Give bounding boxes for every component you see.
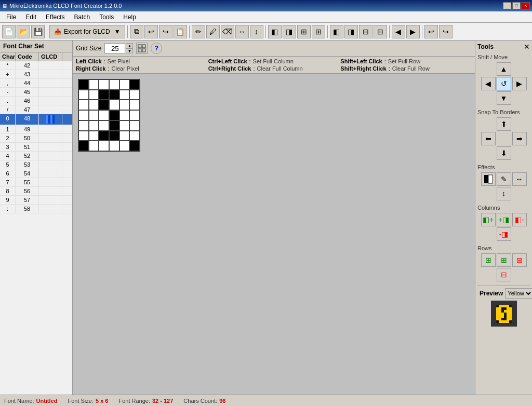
- tb-del-col-r[interactable]: ◨: [344, 25, 358, 38]
- row-del-top-button[interactable]: ⊟: [512, 253, 527, 267]
- tb-del-row-t[interactable]: ⊟: [359, 25, 373, 38]
- grid-toggle-button[interactable]: [136, 43, 148, 54]
- tb-paste[interactable]: 📋: [174, 25, 187, 38]
- pixel-0-1[interactable]: [89, 79, 99, 90]
- tb-del-col-l[interactable]: ◧: [330, 25, 343, 38]
- pixel-5-3[interactable]: [109, 131, 119, 141]
- pixel-5-1[interactable]: [89, 131, 99, 141]
- pixel-grid[interactable]: [78, 79, 140, 152]
- pixel-1-5[interactable]: [129, 90, 140, 100]
- shift-down-button[interactable]: ▼: [497, 91, 511, 105]
- char-row-+[interactable]: + 43: [0, 70, 72, 79]
- tb-add-row-t[interactable]: ⊞: [297, 25, 311, 38]
- pixel-3-0[interactable]: [78, 110, 89, 120]
- pixel-6-4[interactable]: [119, 141, 130, 151]
- char-row-1[interactable]: 1 49: [0, 125, 72, 134]
- pixel-1-1[interactable]: [89, 90, 99, 100]
- pixel-0-0[interactable]: [78, 79, 89, 90]
- pixel-1-2[interactable]: [99, 90, 109, 100]
- tb-back[interactable]: ◀: [392, 25, 405, 38]
- pixel-2-1[interactable]: [89, 100, 99, 110]
- snap-top-button[interactable]: ⬆: [497, 117, 511, 131]
- pixel-5-0[interactable]: [78, 131, 89, 141]
- char-row-5[interactable]: 5 53: [0, 160, 72, 169]
- tb-undo2[interactable]: ↩: [424, 25, 438, 38]
- pixel-2-3[interactable]: [109, 100, 119, 110]
- pixel-4-0[interactable]: [78, 120, 89, 131]
- pixel-6-3[interactable]: [109, 141, 119, 151]
- snap-right-button[interactable]: ➡: [512, 132, 527, 145]
- tb-add-row-b[interactable]: ⊞: [312, 25, 325, 38]
- editor-canvas-area[interactable]: [73, 74, 475, 395]
- grid-size-input[interactable]: [104, 43, 125, 53]
- shift-up-button[interactable]: ▲: [497, 62, 511, 76]
- char-row-*[interactable]: * 42: [0, 61, 72, 70]
- col-del-left-button[interactable]: ◧-: [512, 213, 527, 226]
- char-row--[interactable]: - 45: [0, 88, 72, 97]
- row-del-bot-button[interactable]: ⊟: [497, 268, 511, 281]
- char-row-6[interactable]: 6 54: [0, 169, 72, 178]
- col-del-right-button[interactable]: -◨: [497, 227, 511, 241]
- tb-flipv[interactable]: ↕: [250, 25, 263, 38]
- maximize-button[interactable]: □: [512, 2, 521, 9]
- pixel-4-4[interactable]: [119, 120, 130, 131]
- menu-file[interactable]: File: [2, 12, 20, 22]
- minimize-button[interactable]: _: [503, 2, 511, 9]
- pixel-2-4[interactable]: [119, 100, 130, 110]
- tb-add-col-r[interactable]: ◨: [283, 25, 296, 38]
- pixel-3-4[interactable]: [119, 110, 130, 120]
- pixel-4-1[interactable]: [89, 120, 99, 131]
- invert-button[interactable]: [481, 172, 496, 186]
- tb-eraser[interactable]: ⌫: [221, 25, 234, 38]
- pixel-1-3[interactable]: [109, 90, 119, 100]
- char-row-/[interactable]: / 47: [0, 105, 72, 114]
- pixel-3-2[interactable]: [99, 110, 109, 120]
- pixel-6-5[interactable]: [129, 141, 140, 151]
- char-row-:[interactable]: : 58: [0, 205, 72, 213]
- pixel-6-0[interactable]: [78, 141, 89, 151]
- menu-effects[interactable]: Effects: [42, 12, 69, 22]
- char-row-7[interactable]: 7 55: [0, 178, 72, 187]
- pixel-3-5[interactable]: [129, 110, 140, 120]
- char-row-4[interactable]: 4 52: [0, 152, 72, 160]
- row-add-top-button[interactable]: ⊞: [481, 253, 496, 267]
- tb-copy[interactable]: ⧉: [130, 25, 143, 38]
- tb-redo2[interactable]: ↪: [439, 25, 453, 38]
- char-row-2[interactable]: 2 50: [0, 134, 72, 143]
- open-button[interactable]: 📂: [17, 25, 30, 38]
- new-button[interactable]: 📄: [2, 25, 16, 38]
- char-row-3[interactable]: 3 51: [0, 143, 72, 152]
- shift-left-button[interactable]: ◀: [481, 77, 496, 90]
- pixel-0-5[interactable]: [129, 79, 140, 90]
- pixel-6-2[interactable]: [99, 141, 109, 151]
- pixel-3-1[interactable]: [89, 110, 99, 120]
- char-row-9[interactable]: 9 57: [0, 196, 72, 205]
- pixel-5-2[interactable]: [99, 131, 109, 141]
- tb-fwd[interactable]: ▶: [406, 25, 420, 38]
- tb-del-row-b[interactable]: ⊟: [374, 25, 387, 38]
- pixel-3-3[interactable]: [109, 110, 119, 120]
- col-add-right-button[interactable]: +◨: [497, 213, 511, 226]
- tb-fill[interactable]: 🖊: [206, 25, 220, 38]
- export-button[interactable]: 📤 Export for GLCD ▼: [49, 25, 125, 38]
- pixel-6-1[interactable]: [89, 141, 99, 151]
- rotate-button[interactable]: ↺: [497, 77, 511, 90]
- pixel-2-2[interactable]: [99, 100, 109, 110]
- pixel-1-0[interactable]: [78, 90, 89, 100]
- tb-pencil[interactable]: ✏: [192, 25, 205, 38]
- menu-help[interactable]: Help: [119, 12, 140, 22]
- flip-v-button[interactable]: ↕: [497, 187, 511, 200]
- close-button[interactable]: ×: [522, 2, 530, 9]
- char-row-8[interactable]: 8 56: [0, 187, 72, 196]
- tb-fliph[interactable]: ↔: [235, 25, 249, 38]
- char-row-.[interactable]: . 46: [0, 97, 72, 105]
- pixel-4-5[interactable]: [129, 120, 140, 131]
- menu-batch[interactable]: Batch: [70, 12, 95, 22]
- pixel-2-5[interactable]: [129, 100, 140, 110]
- help-button[interactable]: ?: [151, 43, 162, 54]
- tb-add-col-l[interactable]: ◧: [268, 25, 282, 38]
- grid-size-down[interactable]: ▼: [126, 48, 133, 53]
- grid-size-up[interactable]: ▲: [126, 43, 133, 48]
- preview-color-select[interactable]: Yellow Red Green Blue White: [505, 288, 532, 299]
- pixel-4-2[interactable]: [99, 120, 109, 131]
